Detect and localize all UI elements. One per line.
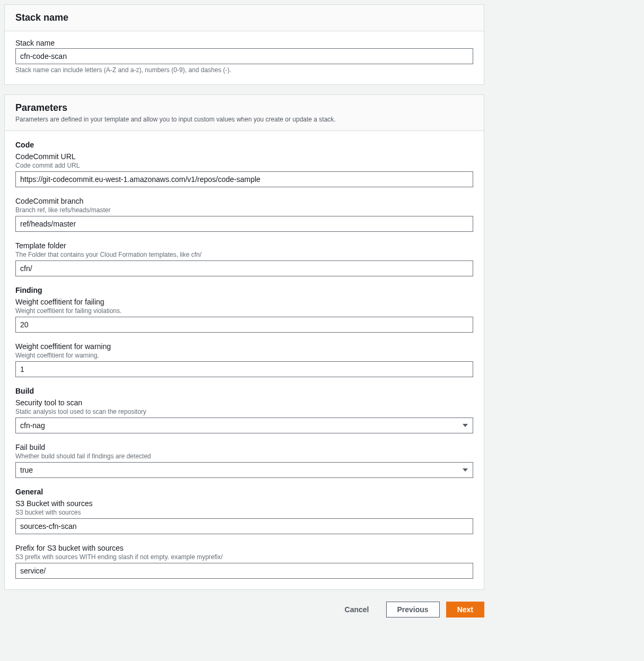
codecommit-branch-input[interactable]: [15, 216, 473, 232]
parameters-title: Parameters: [15, 102, 473, 114]
codecommit-url-input[interactable]: [15, 171, 473, 187]
parameters-panel: Parameters Parameters are defined in you…: [4, 94, 484, 590]
weight-failing-label: Weight coeffitient for failing: [15, 298, 473, 306]
next-button[interactable]: Next: [446, 602, 484, 617]
stack-name-title: Stack name: [15, 12, 473, 23]
section-heading-finding: Finding: [15, 286, 473, 294]
s3-bucket-label: S3 Bucket with sources: [15, 499, 473, 508]
previous-button[interactable]: Previous: [386, 602, 440, 617]
stack-name-input[interactable]: [15, 48, 473, 64]
template-folder-hint: The Folder that contains your Cloud Form…: [15, 251, 473, 258]
weight-failing-input[interactable]: [15, 317, 473, 333]
parameters-subtitle: Parameters are defined in your template …: [15, 116, 473, 123]
weight-warning-input[interactable]: [15, 361, 473, 377]
weight-failing-hint: Weight coeffitient for failing violation…: [15, 307, 473, 315]
security-tool-label: Security tool to scan: [15, 398, 473, 407]
s3-bucket-input[interactable]: [15, 518, 473, 534]
cancel-button[interactable]: Cancel: [334, 602, 380, 617]
footer-actions: Cancel Previous Next: [4, 599, 484, 621]
weight-warning-label: Weight coeffitient for warning: [15, 342, 473, 351]
fail-build-label: Fail build: [15, 443, 473, 451]
stack-name-label: Stack name: [15, 39, 473, 47]
fail-build-hint: Whether build should fail if findings ar…: [15, 453, 473, 460]
s3-bucket-hint: S3 bucket with sources: [15, 509, 473, 516]
security-tool-select[interactable]: [15, 418, 473, 433]
section-heading-build: Build: [15, 387, 473, 395]
weight-warning-hint: Weight coeffitient for warning.: [15, 352, 473, 359]
template-folder-input[interactable]: [15, 260, 473, 276]
s3-prefix-input[interactable]: [15, 563, 473, 579]
security-tool-hint: Static analysis tool used to scan the re…: [15, 408, 473, 415]
codecommit-branch-hint: Branch ref, like refs/heads/master: [15, 206, 473, 214]
fail-build-select[interactable]: [15, 462, 473, 478]
section-heading-general: General: [15, 488, 473, 496]
parameters-header: Parameters Parameters are defined in you…: [5, 95, 484, 131]
codecommit-branch-label: CodeCommit branch: [15, 197, 473, 205]
codecommit-url-label: CodeCommit URL: [15, 152, 473, 161]
stack-name-hint: Stack name can include letters (A-Z and …: [15, 66, 473, 74]
s3-prefix-label: Prefix for S3 bucket with sources: [15, 544, 473, 552]
stack-name-panel: Stack name Stack name Stack name can inc…: [4, 4, 484, 85]
stack-name-header: Stack name: [5, 5, 484, 31]
s3-prefix-hint: S3 prefix with sources WITH ending slash…: [15, 553, 473, 561]
section-heading-code: Code: [15, 141, 473, 149]
codecommit-url-hint: Code commit add URL: [15, 162, 473, 169]
template-folder-label: Template folder: [15, 241, 473, 250]
